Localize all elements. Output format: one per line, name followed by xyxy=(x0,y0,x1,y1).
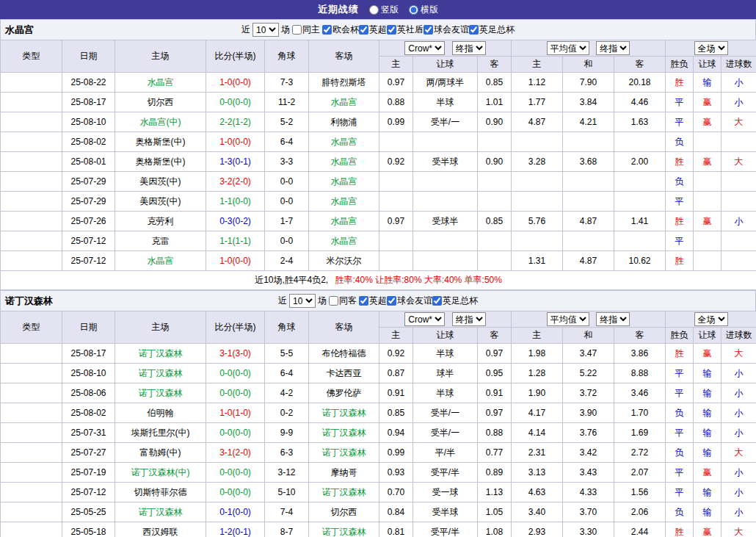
odds-stage-select[interactable]: 终指 xyxy=(452,41,486,55)
league-checkbox[interactable] xyxy=(424,25,433,35)
result-handicap: 输 xyxy=(694,383,722,403)
match-row: 球会友谊 25-08-10 诺丁汉森林 0-0(0-0) 6-4 卡达西亚 0.… xyxy=(1,364,756,383)
odds-home xyxy=(379,192,413,212)
avg-draw xyxy=(563,231,614,251)
avg-home: 3.13 xyxy=(512,463,563,483)
away-team: 水晶宫 xyxy=(309,132,379,152)
handicap: 受平/半 xyxy=(413,522,478,537)
avg-select[interactable]: 平均值 xyxy=(547,41,589,55)
match-date: 25-08-02 xyxy=(62,403,115,423)
bookmaker-select[interactable]: Crow* xyxy=(404,312,445,326)
avg-home: 3.40 xyxy=(512,502,563,522)
avg-draw xyxy=(563,172,614,192)
avg-select[interactable]: 平均值 xyxy=(547,312,589,326)
layout-horizontal-radio[interactable] xyxy=(409,5,418,15)
odds-away xyxy=(478,251,512,271)
league-filter[interactable]: 英足总杯 xyxy=(469,24,515,36)
col-header-date: 日期 xyxy=(62,40,115,73)
odds-stage-select[interactable]: 终指 xyxy=(452,312,486,326)
away-team: 诺丁汉森林 xyxy=(309,483,379,502)
scope-select[interactable]: 全场 xyxy=(694,312,728,326)
corners: 5-5 xyxy=(265,344,309,364)
corners: 6-4 xyxy=(265,132,309,152)
bookmaker-select[interactable]: Crow* xyxy=(404,41,445,55)
summary-record: 近10场,胜4平4负2, xyxy=(255,275,328,285)
corners: 7-3 xyxy=(265,73,309,93)
away-team: 佛罗伦萨 xyxy=(309,383,379,403)
same-venue-checkbox[interactable] xyxy=(329,296,338,306)
match-row: 英超 25-08-17 切尔西 0-0(0-0) 11-2 水晶宫 0.88 半… xyxy=(1,93,756,112)
layout-vertical-radio[interactable] xyxy=(369,5,379,15)
handicap: 半球 xyxy=(413,344,478,364)
match-count-select[interactable]: 10 xyxy=(252,23,279,37)
result-goals: 小 xyxy=(722,502,756,522)
layout-vertical-option[interactable]: 竖版 xyxy=(369,4,399,16)
result-goals xyxy=(722,231,756,251)
avg-stage-select[interactable]: 终指 xyxy=(596,41,630,55)
match-type: 英超 xyxy=(1,502,62,522)
result-goals xyxy=(722,251,756,271)
match-date: 25-07-12 xyxy=(62,251,115,271)
match-type: 球会友谊 xyxy=(1,152,62,172)
league-checkbox[interactable] xyxy=(387,25,396,35)
same-venue-checkbox[interactable] xyxy=(292,25,302,35)
avg-draw: 7.90 xyxy=(563,73,614,93)
score: 0-0(0-0) xyxy=(206,423,265,443)
avg-home: 2.93 xyxy=(512,522,563,537)
league-filter[interactable]: 英足总杯 xyxy=(432,295,478,307)
away-team: 腓特烈斯塔 xyxy=(309,73,379,93)
match-type: 欧会杯 xyxy=(1,73,62,93)
match-date: 25-08-22 xyxy=(62,73,115,93)
match-count-select[interactable]: 10 xyxy=(289,294,316,308)
league-label: 英足总杯 xyxy=(443,295,478,307)
result-handicap: 输 xyxy=(694,443,722,463)
league-filter[interactable]: 英超 xyxy=(359,295,387,307)
league-filter[interactable]: 英社盾 xyxy=(387,24,424,36)
match-type: 英超 xyxy=(1,344,62,364)
match-row: 球会友谊 25-07-26 克劳利 0-3(0-2) 1-7 水晶宫 0.97 … xyxy=(1,212,756,231)
score: 3-1(3-0) xyxy=(206,344,265,364)
avg-draw: 4.87 xyxy=(563,251,614,271)
avg-stage-select[interactable]: 终指 xyxy=(596,312,630,326)
avg-draw: 3.68 xyxy=(563,152,614,172)
league-label: 英超 xyxy=(369,24,387,36)
score: 2-2(1-2) xyxy=(206,112,265,132)
result-handicap: 输 xyxy=(694,502,722,522)
odds-home: 0.94 xyxy=(379,423,413,443)
league-filters: 欧会杯英超英社盾球会友谊英足总杯 xyxy=(322,24,515,36)
match-row: 球会友谊 25-08-02 伯明翰 1-0(1-0) 0-2 诺丁汉森林 0.8… xyxy=(1,403,756,423)
league-filter[interactable]: 球会友谊 xyxy=(387,295,432,307)
league-checkbox[interactable] xyxy=(469,25,479,35)
home-team: 水晶宫 xyxy=(115,251,206,271)
league-label: 欧会杯 xyxy=(332,24,359,36)
layout-horizontal-option[interactable]: 横版 xyxy=(409,4,438,16)
odds-dropdown-group: Crow* 终指 xyxy=(379,311,512,328)
avg-draw: 3.43 xyxy=(563,463,614,483)
league-checkbox[interactable] xyxy=(359,25,368,35)
league-checkbox[interactable] xyxy=(359,296,368,306)
same-venue-filter[interactable]: 同客 xyxy=(329,295,357,307)
result-handicap: 赢 xyxy=(694,522,722,537)
league-filter[interactable]: 英超 xyxy=(359,24,387,36)
same-venue-filter[interactable]: 同主 xyxy=(292,24,320,36)
away-team: 切尔西 xyxy=(309,502,379,522)
avg-draw: 5.22 xyxy=(563,364,614,383)
league-filter[interactable]: 球会友谊 xyxy=(424,24,469,36)
col-header-avg-away: 客 xyxy=(614,328,666,344)
league-checkbox[interactable] xyxy=(387,296,396,306)
home-team: 水晶宫(中) xyxy=(115,112,206,132)
result-goals: 小 xyxy=(722,383,756,403)
league-checkbox[interactable] xyxy=(322,25,332,35)
corners: 5-10 xyxy=(265,483,309,502)
result-wdl: 平 xyxy=(666,383,694,403)
league-filter[interactable]: 欧会杯 xyxy=(322,24,359,36)
handicap: 球半 xyxy=(413,364,478,383)
result-goals: 大 xyxy=(722,443,756,463)
scope-select[interactable]: 全场 xyxy=(694,41,728,55)
league-checkbox[interactable] xyxy=(432,296,442,306)
result-handicap: 赢 xyxy=(694,152,722,172)
odds-home: 0.92 xyxy=(379,152,413,172)
corners: 8-7 xyxy=(265,522,309,537)
result-wdl: 平 xyxy=(666,423,694,443)
avg-away: 3.46 xyxy=(614,383,666,403)
